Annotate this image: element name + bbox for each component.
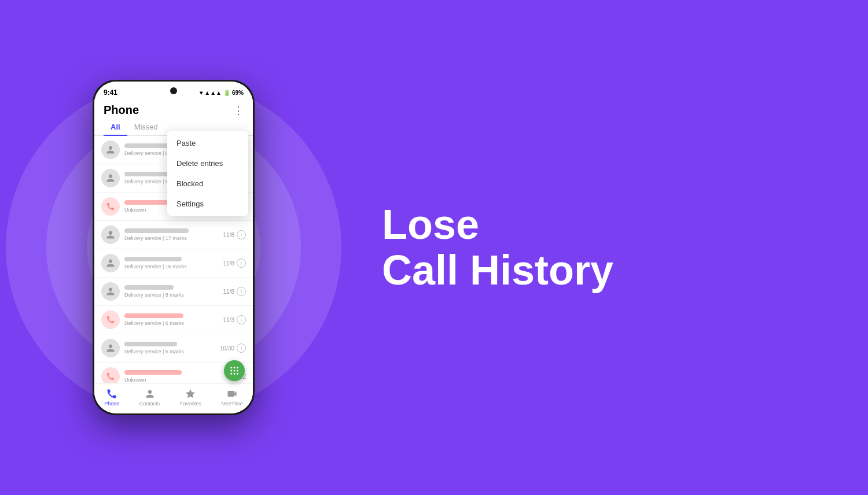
call-item[interactable]: Delivery service | 6 marks 10/30 i [94, 334, 253, 363]
svg-point-2 [237, 367, 238, 368]
info-icon[interactable]: i [237, 315, 246, 324]
call-right: 11/3 i [223, 315, 246, 324]
svg-point-6 [230, 373, 232, 375]
phone-content: Phone ⋮ All Missed Paste [94, 99, 253, 413]
phone-area: 9:41 ▾ ▲▲▲ 🔋 69% Phone ⋮ [0, 0, 347, 495]
call-avatar [101, 282, 120, 301]
call-right: 11/8 i [223, 258, 246, 268]
status-time: 9:41 [104, 88, 117, 97]
hero-text-area: Lose Call History [347, 202, 868, 293]
battery-percent: 69% [232, 90, 244, 96]
hero-line1: Lose [382, 202, 613, 248]
menu-item-delete-entries[interactable]: Delete entries [167, 153, 248, 173]
bottom-nav: Phone Contacts Favorites [94, 383, 253, 413]
wifi-icon: ▾ [200, 90, 203, 96]
nav-favorites[interactable]: Favorites [180, 388, 201, 407]
dialpad-fab[interactable] [224, 360, 245, 381]
signal-icon: ▲▲▲ [204, 90, 222, 96]
call-info: Delivery service | 17 marks [124, 228, 223, 241]
nav-contacts[interactable]: Contacts [139, 388, 160, 407]
nav-phone-label: Phone [104, 401, 119, 407]
call-item[interactable]: Delivery service | 16 marks 11/8 i [94, 249, 253, 278]
phone-screen: 9:41 ▾ ▲▲▲ 🔋 69% Phone ⋮ [94, 82, 253, 413]
call-right: 11/8 i [223, 287, 246, 296]
call-info: Delivery service | 16 marks [124, 257, 223, 269]
hero-line2: Call History [382, 248, 613, 293]
svg-point-0 [230, 367, 232, 368]
svg-point-4 [234, 370, 236, 372]
call-item[interactable]: Delivery service | 8 marks 11/8 i [94, 278, 253, 306]
nav-favorites-label: Favorites [180, 401, 201, 407]
info-icon[interactable]: i [237, 258, 246, 268]
menu-item-paste[interactable]: Paste [167, 133, 248, 153]
battery-icon: 🔋 [223, 90, 230, 96]
call-avatar [101, 169, 120, 187]
call-item[interactable]: Delivery service | 17 marks 11/8 i [94, 221, 253, 249]
info-icon[interactable]: i [237, 343, 246, 353]
nav-phone[interactable]: Phone [104, 388, 119, 407]
tab-all[interactable]: All [104, 119, 127, 136]
camera-notch [170, 87, 177, 94]
call-avatar [101, 226, 120, 244]
nav-meetime-label: MeeTime [221, 401, 242, 407]
call-info: Unknown [124, 370, 235, 383]
call-sub: Delivery service | 17 marks [124, 235, 223, 241]
page-layout: 9:41 ▾ ▲▲▲ 🔋 69% Phone ⋮ [0, 0, 868, 495]
call-avatar [101, 339, 120, 357]
call-avatar [101, 141, 120, 159]
call-right: 10/30 i [220, 343, 246, 353]
call-sub: Delivery service | 6 marks [124, 349, 220, 354]
svg-point-8 [237, 373, 238, 375]
call-info: Delivery service | 6 marks [124, 313, 223, 326]
svg-point-5 [237, 370, 238, 372]
call-right: 11/8 i [223, 230, 246, 239]
svg-point-1 [234, 367, 236, 368]
call-avatar [101, 311, 120, 329]
hero-text: Lose Call History [382, 202, 613, 293]
menu-item-settings[interactable]: Settings [167, 194, 248, 214]
call-item[interactable]: Delivery service | 6 marks 11/3 i [94, 306, 253, 334]
svg-point-7 [234, 373, 236, 375]
call-sub: Delivery service | 8 marks [124, 292, 223, 298]
info-icon[interactable]: i [237, 287, 246, 296]
call-info: Delivery service | 8 marks [124, 285, 223, 298]
call-name-placeholder [124, 228, 189, 233]
app-header: Phone ⋮ [94, 99, 253, 119]
menu-item-blocked[interactable]: Blocked [167, 173, 248, 194]
call-name-placeholder [124, 257, 182, 261]
context-menu: Paste Delete entries Blocked Settings [167, 131, 248, 216]
call-info: Delivery service | 6 marks [124, 342, 220, 354]
nav-meetime[interactable]: MeeTime [221, 388, 242, 407]
call-avatar [101, 197, 120, 216]
call-avatar [101, 254, 120, 272]
call-name-missed-placeholder [124, 313, 183, 318]
call-name-placeholder [124, 285, 174, 290]
status-icons: ▾ ▲▲▲ 🔋 69% [200, 90, 244, 96]
tab-missed[interactable]: Missed [127, 119, 165, 136]
call-sub: Unknown [124, 377, 235, 383]
call-name-placeholder [124, 342, 177, 346]
app-title: Phone [104, 104, 139, 117]
svg-point-3 [230, 370, 232, 372]
menu-dots-button[interactable]: ⋮ [233, 104, 244, 117]
call-name-missed-placeholder [124, 370, 182, 375]
call-sub: Delivery service | 16 marks [124, 264, 223, 269]
phone-device: 9:41 ▾ ▲▲▲ 🔋 69% Phone ⋮ [93, 80, 255, 415]
info-icon[interactable]: i [237, 230, 246, 239]
nav-contacts-label: Contacts [139, 401, 160, 407]
call-sub: Delivery service | 6 marks [124, 320, 223, 326]
